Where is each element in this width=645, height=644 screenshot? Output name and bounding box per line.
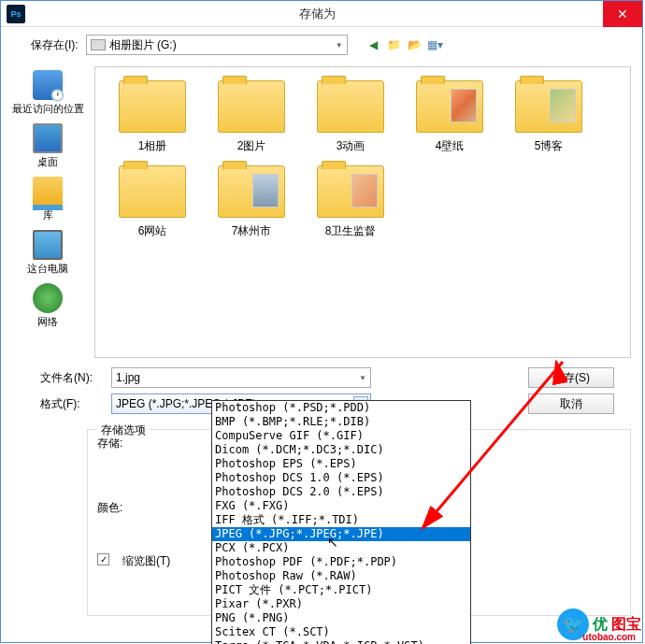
folder-icon (515, 80, 582, 133)
format-option[interactable]: Photoshop EPS (*.EPS) (212, 457, 470, 471)
sidebar-network[interactable]: 网络 (1, 279, 94, 333)
location-toolbar: 保存在(I): 相册图片 (G:) ▼ ◀ 📁 📂 ▦▾ (1, 27, 642, 63)
sidebar-desktop[interactable]: 桌面 (1, 120, 94, 173)
folder-thumbnail (351, 174, 378, 208)
watermark: 🐦 优图宝 utobao.com (557, 608, 641, 640)
folder-item[interactable]: 8卫生监督 (301, 160, 400, 245)
folder-icon (218, 165, 285, 218)
folder-thumbnail (550, 89, 576, 122)
format-option[interactable]: PNG (*.PNG) (212, 611, 470, 625)
network-icon (33, 283, 63, 313)
folder-thumbnail (451, 89, 477, 122)
format-option[interactable]: Photoshop DCS 2.0 (*.EPS) (212, 485, 470, 499)
options-title: 存储选项 (97, 422, 150, 438)
computer-icon (33, 230, 63, 260)
filename-input[interactable]: 1.jpg ▼ (111, 367, 371, 388)
folder-label: 2图片 (237, 138, 266, 154)
sidebar-label: 桌面 (37, 155, 58, 169)
save-button[interactable]: 保存(S) (528, 367, 614, 388)
folder-item[interactable]: 5博客 (499, 75, 598, 160)
view-menu-icon[interactable]: ▦▾ (428, 37, 443, 52)
folder-item[interactable]: 1相册 (103, 75, 202, 160)
up-icon[interactable]: 📁 (387, 37, 402, 52)
format-option[interactable]: PICT 文件 (*.PCT;*.PICT) (212, 583, 470, 597)
format-label: 格式(F): (12, 396, 102, 412)
format-option[interactable]: Scitex CT (*.SCT) (212, 625, 470, 639)
save-in-label: 保存在(I): (31, 37, 79, 53)
filename-label: 文件名(N): (12, 370, 102, 386)
folder-item[interactable]: 3动画 (301, 75, 400, 160)
sidebar-recent[interactable]: 最近访问的位置 (1, 66, 94, 120)
format-option[interactable]: Photoshop PDF (*.PDF;*.PDP) (212, 555, 470, 569)
watermark-url: utobao.com (582, 632, 636, 642)
location-dropdown[interactable]: 相册图片 (G:) ▼ (86, 35, 348, 55)
folder-label: 6网站 (138, 223, 167, 239)
folder-label: 4壁纸 (436, 138, 465, 154)
sidebar-label: 库 (43, 208, 53, 222)
sidebar-thispc[interactable]: 这台电脑 (1, 226, 94, 279)
format-option[interactable]: JPEG (*.JPG;*.JPEG;*.JPE) (212, 527, 470, 541)
folder-label: 7林州市 (232, 223, 272, 239)
format-option[interactable]: CompuServe GIF (*.GIF) (212, 429, 470, 443)
location-value: 相册图片 (G:) (109, 37, 177, 53)
new-folder-icon[interactable]: 📂 (408, 37, 423, 52)
app-icon: Ps (7, 5, 25, 23)
folder-item[interactable]: 7林州市 (202, 160, 301, 245)
places-sidebar: 最近访问的位置 桌面 库 这台电脑 网络 (1, 63, 94, 362)
cancel-button[interactable]: 取消 (528, 394, 614, 414)
folder-icon (119, 165, 186, 218)
drive-icon (91, 39, 106, 50)
chevron-down-icon: ▼ (336, 41, 343, 50)
back-icon[interactable]: ◀ (366, 37, 381, 52)
close-icon: ✕ (617, 7, 628, 21)
sidebar-label: 最近访问的位置 (12, 102, 84, 116)
desktop-icon (33, 123, 63, 153)
color-opts-label: 颜色: (97, 500, 122, 516)
format-option[interactable]: PCX (*.PCX) (212, 541, 470, 555)
thumbnail-label: 缩览图(T) (122, 553, 170, 569)
format-option[interactable]: IFF 格式 (*.IFF;*.TDI) (212, 513, 470, 527)
libraries-icon (33, 177, 63, 207)
format-option[interactable]: Photoshop (*.PSD;*.PDD) (212, 401, 470, 415)
folder-icon (218, 80, 285, 133)
format-option[interactable]: FXG (*.FXG) (212, 499, 470, 513)
format-option[interactable]: BMP (*.BMP;*.RLE;*.DIB) (212, 415, 470, 429)
folder-icon (416, 80, 483, 133)
close-button[interactable]: ✕ (603, 1, 642, 27)
folder-label: 1相册 (138, 138, 167, 154)
format-option[interactable]: Photoshop DCS 1.0 (*.EPS) (212, 471, 470, 485)
format-dropdown-list[interactable]: Photoshop (*.PSD;*.PDD)BMP (*.BMP;*.RLE;… (211, 400, 471, 644)
folder-icon (317, 80, 384, 133)
folder-label: 3动画 (337, 138, 366, 154)
folder-item[interactable]: 4壁纸 (400, 75, 499, 160)
folder-item[interactable]: 6网站 (103, 160, 202, 245)
folder-icon (119, 80, 186, 133)
format-option[interactable]: Targa (*.TGA;*.VDA;*.ICB;*.VST) (212, 639, 470, 644)
format-option[interactable]: Photoshop Raw (*.RAW) (212, 569, 470, 583)
folder-label: 5博客 (535, 138, 564, 154)
folder-item[interactable]: 2图片 (202, 75, 301, 160)
sidebar-libraries[interactable]: 库 (1, 173, 94, 226)
format-option[interactable]: Pixar (*.PXR) (212, 597, 470, 611)
format-option[interactable]: Dicom (*.DCM;*.DC3;*.DIC) (212, 443, 470, 457)
filename-value: 1.jpg (116, 371, 140, 384)
window-title: 存储为 (31, 6, 603, 22)
sidebar-label: 这台电脑 (27, 262, 68, 276)
folder-thumbnail (252, 174, 279, 208)
sidebar-label: 网络 (37, 315, 58, 329)
file-browser[interactable]: 1相册2图片3动画4壁纸5博客6网站7林州市8卫生监督 (94, 66, 631, 358)
recent-icon (33, 70, 63, 100)
titlebar: Ps 存储为 ✕ (1, 1, 642, 27)
folder-label: 8卫生监督 (325, 223, 377, 239)
folder-icon (317, 165, 384, 218)
chevron-down-icon[interactable]: ▼ (359, 374, 366, 382)
thumbnail-checkbox[interactable]: ✓ (97, 553, 109, 565)
